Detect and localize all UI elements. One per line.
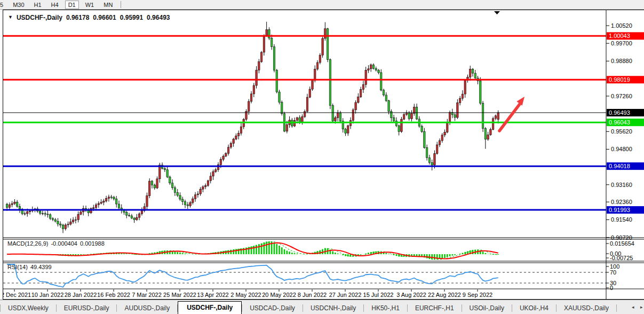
date-tick-label: 22 Dec 2021	[3, 292, 31, 298]
symbol-tab-ukoil-h4[interactable]: UKOil-,H4	[512, 302, 556, 314]
price-tick-label: 0.99700	[611, 40, 632, 46]
macd-indicator-label: MACD(12,26,9) -0.000404 0.001988	[7, 240, 105, 247]
price-badge-label: 0.98019	[609, 76, 630, 83]
symbol-dropdown-icon[interactable]: ▼	[8, 14, 13, 20]
price-badge-label: 0.96493	[609, 109, 630, 116]
chart-title: ▼ USDCHF-,Daily 0.96178 0.96601 0.95991 …	[8, 14, 170, 21]
price-tick-label: 0.95620	[611, 128, 632, 135]
timeframe-button-d1[interactable]: D1	[65, 1, 79, 9]
timeframe-button-w1[interactable]: W1	[82, 1, 98, 9]
date-tick-label: 27 Jun 2022	[329, 292, 362, 298]
tab-divider	[616, 304, 617, 312]
toolbar-divider	[121, 1, 121, 8]
tab-scroll-left-icon[interactable]: ◂	[632, 304, 634, 310]
rsi-value: 49.4399	[30, 264, 52, 270]
price-tick-label: 1.00520	[611, 22, 632, 29]
date-tick-label: 22 Aug 2022	[428, 292, 461, 298]
date-axis: 22 Dec 202110 Jan 202228 Jan 202216 Feb …	[3, 289, 492, 298]
ohlc-open: 0.96178	[66, 14, 89, 21]
timeframe-button-m30[interactable]: M30	[10, 1, 27, 9]
symbol-tab-audusd-daily[interactable]: AUDUSD-,Daily	[117, 302, 177, 314]
symbol-tab-xauusd-daily[interactable]: XAUUSD-,Daily	[556, 302, 616, 314]
date-tick-label: 25 Mar 2022	[163, 292, 196, 298]
price-tick-label: 0.90720	[611, 234, 632, 241]
price-axis: 1.005200.997000.988800.972600.956200.948…	[606, 22, 644, 241]
price-badge-label: 0.96043	[609, 119, 630, 125]
date-tick-label: 20 May 2022	[262, 292, 296, 298]
price-badge-label: 0.91993	[609, 207, 630, 213]
rsi-axis-label: 70	[610, 269, 616, 276]
symbol-tab-usdcad-daily[interactable]: USDCAD-,Daily	[242, 302, 303, 314]
price-tick-label: 0.93160	[611, 182, 632, 188]
ohlc-low: 0.95991	[120, 14, 143, 21]
date-tick-label: 7 Mar 2022	[132, 292, 162, 298]
timeframe-button-5[interactable]: 5	[0, 1, 6, 9]
rsi-line	[7, 264, 498, 287]
timeframe-button-h4[interactable]: H4	[48, 1, 62, 9]
rsi-name: RSI(14)	[7, 264, 28, 270]
ohlc-close: 0.96493	[147, 14, 170, 21]
trend-arrow-annotation[interactable]	[499, 97, 524, 131]
date-tick-label: 2 May 2022	[230, 292, 261, 298]
timeframe-button-h1[interactable]: H1	[31, 1, 45, 9]
horizontal-lines-layer[interactable]	[3, 36, 606, 210]
price-chart-canvas[interactable]: 1.005200.997000.988800.972600.956200.948…	[3, 10, 644, 300]
price-tick-label: 0.92360	[611, 199, 632, 205]
rsi-indicator-label: RSI(14) 49.4399	[7, 264, 52, 270]
rsi-panel: 10070300	[3, 263, 619, 291]
date-tick-label: 8 Jun 2022	[298, 292, 327, 298]
date-tick-label: 28 Jan 2022	[65, 292, 97, 298]
price-tick-label: 0.97260	[611, 93, 632, 99]
tab-scroll-right-icon[interactable]: ▸	[640, 304, 643, 310]
date-tick-label: 13 Apr 2022	[197, 292, 228, 298]
chart-shift-marker-icon[interactable]	[494, 11, 500, 14]
timeframe-button-mn[interactable]: MN	[100, 1, 116, 9]
date-tick-label: 9 Sep 2022	[463, 292, 492, 298]
macd-axis-label: -0.00725	[610, 255, 633, 261]
symbol-tab-hk50-h1[interactable]: HK50-,H1	[364, 302, 407, 314]
price-tick-label: 0.98880	[611, 58, 632, 64]
macd-axis-label: 0.015654	[610, 240, 634, 247]
timeframe-toolbar: 5M30H1H4D1W1MN	[0, 0, 644, 10]
chart-symbol-label: USDCHF-,Daily	[17, 14, 62, 21]
symbol-tab-usdx-weekly[interactable]: USDX,Weekly	[1, 302, 56, 314]
symbol-tab-bar: USDX,WeeklyEURUSD-,DailyAUDUSD-,DailyUSD…	[0, 300, 644, 314]
price-badge-label: 1.00043	[609, 33, 630, 39]
price-badge-label: 0.94018	[609, 163, 630, 169]
mt4-window: 5M30H1H4D1W1MN 1.005200.997000.988800.97…	[0, 0, 644, 314]
date-tick-label: 3 Aug 2022	[396, 292, 426, 298]
macd-name: MACD(12,26,9)	[7, 240, 48, 247]
date-tick-label: 15 Jul 2022	[363, 292, 394, 298]
price-tick-label: 0.94800	[611, 146, 632, 152]
date-tick-label: 16 Feb 2022	[97, 292, 130, 298]
ohlc-high: 0.96601	[93, 14, 116, 21]
symbol-tab-usdcnh-daily[interactable]: USDCNH-,Daily	[303, 302, 363, 314]
macd-value: -0.000404	[51, 240, 77, 247]
rsi-axis-label: 0	[610, 285, 613, 291]
candles-layer	[6, 22, 499, 233]
macd-signal-value: 0.001988	[80, 240, 105, 247]
symbol-tab-usdchf-daily[interactable]: USDCHF-,Daily	[178, 301, 242, 314]
price-tick-label: 0.91540	[611, 216, 632, 223]
date-tick-label: 10 Jan 2022	[31, 292, 64, 298]
symbol-tab-usoil-daily[interactable]: USOil-,Daily	[462, 302, 512, 314]
symbol-tab-eurusd-daily[interactable]: EURUSD-,Daily	[57, 302, 117, 314]
chart-window[interactable]: 1.005200.997000.988800.972600.956200.948…	[3, 10, 644, 300]
symbol-tab-eurchf-h1[interactable]: EURCHF-,H1	[408, 302, 462, 314]
